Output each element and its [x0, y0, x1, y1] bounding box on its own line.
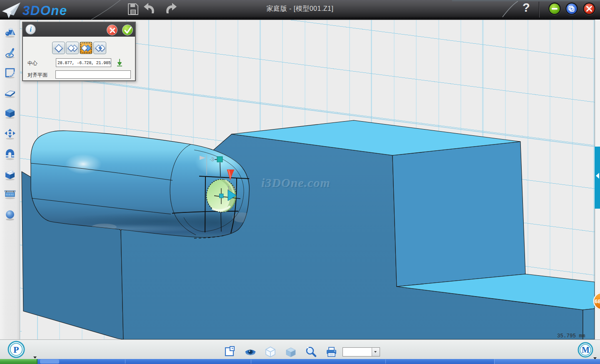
- svg-text:M: M: [582, 345, 590, 354]
- svg-text:-3: -3: [210, 157, 214, 162]
- svg-text:3DOne: 3DOne: [22, 3, 67, 18]
- svg-text:i3DOne.com: i3DOne.com: [261, 176, 330, 189]
- svg-text:P: P: [13, 344, 19, 355]
- svg-text:35.795 mm: 35.795 mm: [557, 333, 585, 339]
- svg-text:68: 68: [595, 298, 600, 304]
